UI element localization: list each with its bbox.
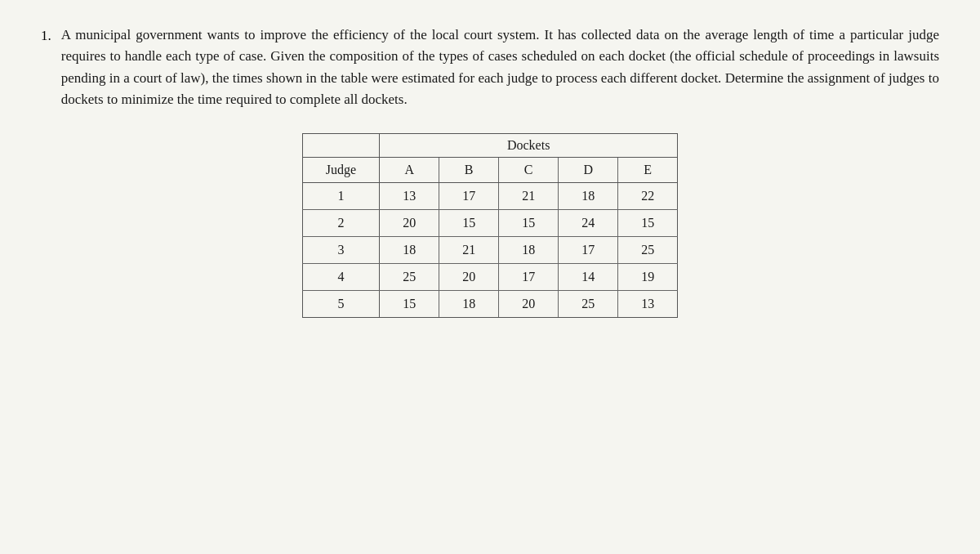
cell-1-c: 21 <box>499 183 559 210</box>
cell-4-c: 17 <box>499 264 559 291</box>
cell-5-a: 15 <box>380 291 439 318</box>
question-number: 1. <box>41 25 51 110</box>
col-header-a: A <box>380 158 439 183</box>
judge-id: 1 <box>302 183 379 210</box>
table-row: 2 20 15 15 24 15 <box>302 210 677 237</box>
judge-id: 3 <box>302 237 379 264</box>
judge-id: 5 <box>302 291 379 318</box>
col-header-b: B <box>439 158 499 183</box>
question-block: 1. A municipal government wants to impro… <box>41 25 939 110</box>
cell-2-d: 24 <box>559 210 618 237</box>
judge-id: 4 <box>302 264 379 291</box>
cell-5-d: 25 <box>559 291 618 318</box>
cell-4-e: 19 <box>618 264 678 291</box>
table-section: Dockets Judge A B C D E 1 13 17 21 18 <box>41 133 939 318</box>
cell-1-d: 18 <box>559 183 618 210</box>
judge-col-header: Judge <box>302 158 379 183</box>
cell-4-a: 25 <box>380 264 439 291</box>
empty-corner-cell <box>302 134 379 158</box>
cell-3-a: 18 <box>380 237 439 264</box>
page-content: 1. A municipal government wants to impro… <box>41 25 939 318</box>
col-header-d: D <box>559 158 618 183</box>
dockets-group-header: Dockets <box>380 134 678 158</box>
cell-3-b: 21 <box>439 237 499 264</box>
cell-3-c: 18 <box>499 237 559 264</box>
table-row: 1 13 17 21 18 22 <box>302 183 677 210</box>
cell-1-b: 17 <box>439 183 499 210</box>
col-header-e: E <box>618 158 678 183</box>
cell-2-c: 15 <box>499 210 559 237</box>
cell-4-b: 20 <box>439 264 499 291</box>
table-row: 4 25 20 17 14 19 <box>302 264 677 291</box>
judge-id: 2 <box>302 210 379 237</box>
col-header-c: C <box>499 158 559 183</box>
cell-5-e: 13 <box>618 291 678 318</box>
table-row: 3 18 21 18 17 25 <box>302 237 677 264</box>
cell-1-a: 13 <box>380 183 439 210</box>
cell-1-e: 22 <box>618 183 678 210</box>
dockets-header-row: Dockets <box>302 134 677 158</box>
cell-3-d: 17 <box>559 237 618 264</box>
cell-2-e: 15 <box>618 210 678 237</box>
column-headers-row: Judge A B C D E <box>302 158 677 183</box>
assignment-table: Dockets Judge A B C D E 1 13 17 21 18 <box>302 133 678 318</box>
cell-2-a: 20 <box>380 210 439 237</box>
cell-3-e: 25 <box>618 237 678 264</box>
question-text: A municipal government wants to improve … <box>61 25 939 110</box>
cell-5-c: 20 <box>499 291 559 318</box>
cell-4-d: 14 <box>559 264 618 291</box>
cell-2-b: 15 <box>439 210 499 237</box>
table-row: 5 15 18 20 25 13 <box>302 291 677 318</box>
cell-5-b: 18 <box>439 291 499 318</box>
